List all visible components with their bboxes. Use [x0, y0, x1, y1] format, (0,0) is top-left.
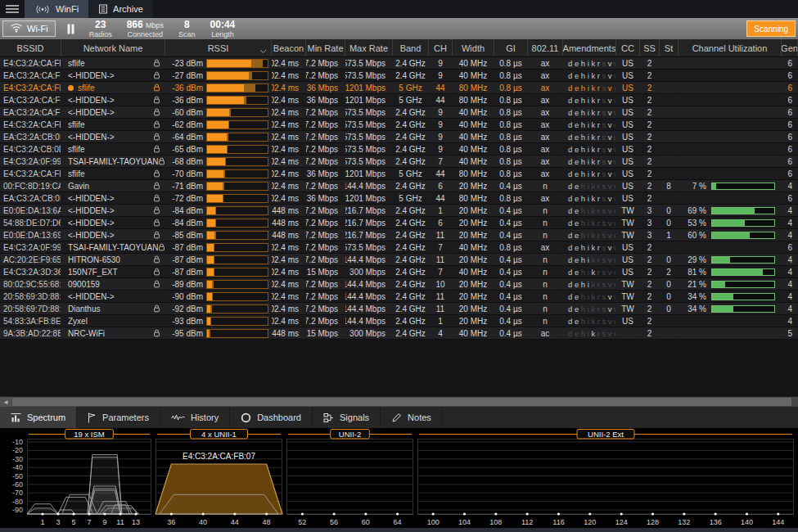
cell-country-code: US — [616, 241, 640, 253]
column-header-st[interactable]: St — [660, 39, 679, 56]
tab-spectrum[interactable]: Spectrum — [0, 407, 77, 428]
x-axis-label: 11 — [116, 518, 124, 526]
cell-band: 2.4 GHz — [393, 119, 429, 130]
table-row[interactable]: E0:0E:DA:13:6A:D0<-HIDDEN->-84 dBm104.44… — [0, 205, 798, 217]
table-row[interactable]: AC:20:2E:F9:65:38HITRON-6530-87 dBm102.4… — [0, 254, 798, 266]
column-header-util[interactable]: Channel Utilization — [679, 39, 782, 56]
pause-button[interactable] — [64, 24, 78, 34]
cell-spatial-streams: 3 — [640, 205, 660, 216]
cell-generation: 6 — [782, 119, 798, 130]
table-row[interactable]: E4:C3:2A:0F:99:32TSAI-FAMILY-TAOYUAN-87 … — [0, 241, 798, 254]
cell-beacon: 102.4 ms — [272, 119, 306, 130]
cell-bssid: 20:58:69:3D:88:38 — [0, 291, 61, 302]
column-header-width[interactable]: Width — [453, 39, 494, 56]
table-row[interactable]: 54:88:DE:D7:D6:50<-HIDDEN->-84 dBm104.44… — [0, 217, 798, 229]
scroll-left-arrow[interactable]: ◄ — [0, 397, 11, 407]
cell-generation: 6 — [782, 57, 798, 69]
horizontal-scrollbar[interactable]: ◄ — [0, 396, 798, 407]
tab-archive[interactable]: Archive — [88, 0, 153, 18]
table-row[interactable]: EA:C3:2A:CB:0D:7F<-HIDDEN->-72 dBm102.4 … — [0, 192, 798, 205]
tab-history[interactable]: History — [160, 407, 230, 428]
cell-gi: 0.8 µs — [494, 106, 528, 118]
table-row[interactable]: E4:C3:2A:0F:99:46TSAI-FAMILY-TAOYUAN-68 … — [0, 156, 798, 168]
table-row[interactable]: E4:C3:2A:CA:FB:07sflife-36 dBm102.4 ms36… — [0, 82, 798, 94]
x-axis-label: 1 — [40, 518, 44, 526]
cell-generation: 4 — [782, 205, 798, 216]
column-header-min_rate[interactable]: Min Rate — [306, 39, 345, 56]
cell-max-rate: 144.4 Mbps — [345, 180, 393, 192]
network-name-label: sflife — [68, 59, 85, 68]
cell-gi: 0.4 µs — [494, 278, 528, 290]
table-row[interactable]: E4:C3:2A:CA:FB:0Asflife-62 dBm102.4 ms17… — [0, 119, 798, 131]
scanning-button[interactable]: Scanning — [746, 20, 796, 37]
table-row[interactable]: EA:C3:2A:CA:FB:0A<-HIDDEN->-60 dBm102.4 … — [0, 106, 798, 119]
cell-band: 2.4 GHz — [393, 266, 429, 277]
scrollbar-thumb[interactable] — [12, 398, 791, 406]
table-row[interactable]: 80:02:9C:55:68:760900159-89 dBm102.4 ms7… — [0, 278, 798, 291]
table-row[interactable]: 54:83:3A:FB:8E:68Zyxel-93 dBm102.4 ms7.2… — [0, 315, 798, 327]
table-row[interactable]: E4:C3:2A:CB:0D:7Esflife-65 dBm102.4 ms17… — [0, 143, 798, 156]
column-header-band[interactable]: Band — [393, 39, 429, 56]
column-header-rssi[interactable]: RSSI — [165, 39, 272, 56]
cell-channel: 1 — [429, 205, 453, 216]
table-row[interactable]: E0:0E:DA:13:69:10<-HIDDEN->-85 dBm104.44… — [0, 229, 798, 241]
table-row[interactable]: EA:C3:2A:CB:0D:7E<-HIDDEN->-64 dBm102.4 … — [0, 131, 798, 143]
cell-80211: ax — [528, 70, 563, 81]
column-header-label: CC — [621, 43, 634, 53]
table-row[interactable]: E4:C3:2A:CA:FB:08sflife-70 dBm102.4 ms36… — [0, 168, 798, 180]
cell-network-name: <-HIDDEN-> — [61, 229, 165, 241]
table-row[interactable]: E4:C3:2A:3D:36:F6150N7F_EXT-87 dBm102.4 … — [0, 266, 798, 278]
cell-band: 2.4 GHz — [393, 106, 429, 118]
cell-spatial-streams: 2 — [640, 70, 660, 81]
bottom-strip — [0, 528, 798, 532]
table-row[interactable]: 9A:3B:AD:22:8B:71NRC-WiFi-95 dBm104.448 … — [0, 327, 798, 340]
table-row[interactable]: EA:C3:2A:CA:FB:06<-HIDDEN->-27 dBm102.4 … — [0, 70, 798, 82]
table-row[interactable]: 20:58:69:7D:88:38Dianthus-92 dBm102.4 ms… — [0, 303, 798, 315]
tab-winfi[interactable]: WinFi — [25, 0, 88, 18]
cell-beacon: 102.4 ms — [272, 254, 306, 265]
x-axis-label: 52 — [298, 518, 306, 526]
length-value: 00:44 — [210, 19, 236, 30]
tab-parameters[interactable]: Parameters — [77, 407, 160, 428]
table-row[interactable]: E4:C3:2A:CA:FB:06sflife-23 dBm102.4 ms17… — [0, 57, 798, 70]
column-header-beacon[interactable]: Beacon — [272, 39, 306, 56]
cell-80211: ax — [528, 94, 563, 106]
table-row[interactable]: 00:FC:8D:19:CA:48Gavin-71 dBm102.4 ms7.2… — [0, 180, 798, 192]
column-header-gen[interactable]: Gen — [782, 39, 798, 56]
column-header-gi[interactable]: GI — [494, 39, 528, 56]
y-axis-label: -40 — [12, 463, 23, 471]
tab-signals[interactable]: Signals — [313, 407, 381, 428]
column-header-amend[interactable]: Amendments — [563, 39, 616, 56]
cell-channel: 7 — [429, 156, 453, 167]
wifi-adapter-button[interactable]: Wi-Fi — [2, 20, 56, 37]
cell-network-name: 150N7F_EXT — [61, 266, 165, 277]
table-row[interactable]: 20:58:69:3D:88:38<-HIDDEN->-90 dBm102.4 … — [0, 291, 798, 303]
cell-channel-utilization — [679, 327, 782, 339]
spectrum-shape[interactable] — [160, 494, 278, 514]
column-header-name[interactable]: Network Name — [61, 39, 165, 56]
cell-generation: 4 — [782, 229, 798, 241]
cell-stations — [660, 70, 679, 81]
column-header-max_rate[interactable]: Max Rate — [345, 39, 393, 56]
cell-80211: ax — [528, 106, 563, 118]
column-header-std[interactable]: 802.11 — [528, 39, 563, 56]
cell-width: 40 MHz — [453, 156, 494, 167]
cell-min-rate: 7.2 Mbps — [306, 180, 345, 192]
cell-rssi: -71 dBm — [165, 180, 272, 192]
table-row[interactable]: EA:C3:2A:CA:FB:07<-HIDDEN->-36 dBm102.4 … — [0, 94, 798, 106]
menu-button[interactable] — [0, 0, 25, 18]
tab-dashboard[interactable]: Dashboard — [230, 407, 313, 428]
cell-spatial-streams: 3 — [640, 217, 660, 228]
column-header-cc[interactable]: CC — [616, 39, 640, 56]
cell-80211: ax — [528, 192, 563, 204]
tick-dot — [651, 512, 654, 515]
cell-80211: ax — [528, 156, 563, 167]
column-header-bssid[interactable]: BSSID — [0, 39, 61, 56]
tab-label: Dashboard — [257, 413, 301, 422]
column-header-ch[interactable]: CH — [429, 39, 453, 56]
cell-channel: 1 — [429, 315, 453, 327]
tab-notes[interactable]: Notes — [381, 407, 443, 428]
column-header-ss[interactable]: SS — [640, 39, 660, 56]
chevron-down-icon[interactable] — [259, 46, 267, 56]
tab-label: History — [191, 413, 219, 422]
